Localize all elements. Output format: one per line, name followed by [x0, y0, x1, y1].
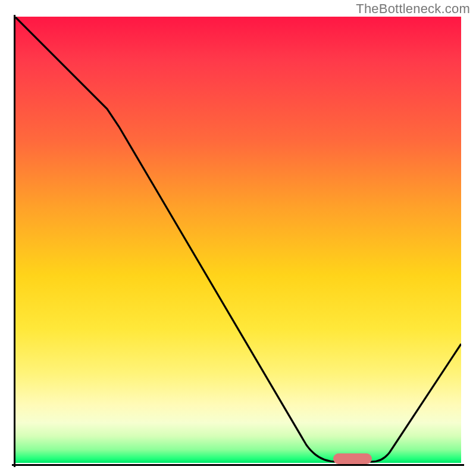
chart-container: TheBottleneck.com: [0, 0, 476, 476]
watermark-text: TheBottleneck.com: [356, 1, 470, 17]
heat-gradient-background: [15, 17, 461, 463]
y-axis: [14, 15, 15, 467]
x-axis: [12, 464, 464, 466]
highlight-marker: [333, 453, 372, 464]
plot-area: [15, 17, 461, 463]
